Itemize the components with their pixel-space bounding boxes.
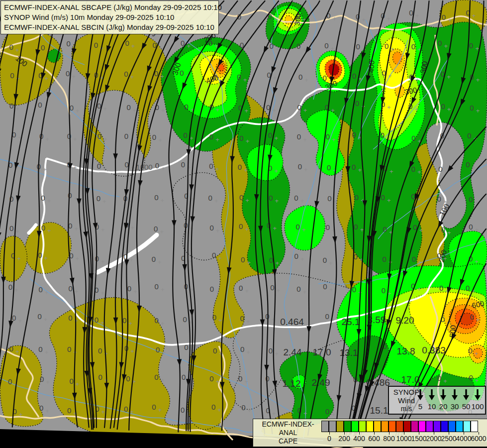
grid-zero-label: 0 <box>152 133 156 141</box>
grid-zero-label: 0 <box>183 315 187 324</box>
grid-point-cross: + <box>444 42 448 50</box>
grid-point-cross: + <box>15 105 19 112</box>
grid-zero-label: 0 <box>38 101 42 109</box>
cape-region <box>247 144 283 181</box>
grid-zero-label: 0 <box>124 160 128 169</box>
grid-zero-label: 0 <box>469 373 473 382</box>
grid-zero-label: 0 <box>9 43 13 51</box>
grid-point-cross: + <box>162 349 166 356</box>
cape-scale-cell <box>321 421 329 432</box>
station-value: 2.49 <box>312 377 330 388</box>
grid-point-cross: + <box>245 287 249 295</box>
grid-point-cross: + <box>275 197 279 205</box>
grid-zero-label: 0 <box>97 132 101 140</box>
grid-point-cross: + <box>300 255 304 263</box>
grid-zero-label: 0 <box>98 373 102 381</box>
grid-zero-label: 0 <box>67 406 71 415</box>
cape-scale-cell <box>389 421 396 432</box>
map-canvas: 1003002003004003003004003003001000100200… <box>0 0 487 448</box>
cape-scale-cell <box>456 421 463 432</box>
grid-zero-label: 0 <box>470 313 474 321</box>
grid-point-cross: + <box>75 317 79 325</box>
station-value: 13.1 <box>340 347 358 358</box>
cape-scale-cell <box>359 421 366 432</box>
grid-point-cross: + <box>216 288 220 296</box>
station-value: 17.0 <box>313 347 331 357</box>
title-line-wind: SYNOP Wind (m/s) 10m Monday 29-09-2025 1… <box>4 12 215 22</box>
grid-zero-label: 0 <box>69 284 73 293</box>
grid-zero-label: 0 <box>382 286 386 295</box>
grid-point-cross: + <box>216 227 220 234</box>
grid-zero-label: 0 <box>411 134 415 142</box>
cape-scale-cell <box>441 421 448 432</box>
grid-zero-label: 0 <box>323 256 327 264</box>
grid-point-cross: + <box>15 46 19 54</box>
grid-point-cross: + <box>215 165 219 173</box>
grid-zero-label: 0 <box>441 102 445 111</box>
wind-speed-arrow-icon <box>439 389 448 401</box>
grid-zero-label: 0 <box>381 131 385 139</box>
grid-zero-label: 0 <box>352 285 356 294</box>
grid-zero-label: 0 <box>67 345 71 353</box>
grid-point-cross: + <box>274 15 278 23</box>
wind-speed-arrow-icon <box>450 389 459 401</box>
cape-scale-cell <box>418 421 426 432</box>
grid-zero-label: 0 <box>155 282 159 291</box>
grid-zero-label: 0 <box>209 374 213 383</box>
grid-point-cross: + <box>15 227 19 235</box>
cape-legend-unit: J/kg <box>255 446 321 448</box>
grid-zero-label: 0 <box>240 345 244 353</box>
grid-point-cross: + <box>304 76 308 84</box>
grid-zero-label: 0 <box>238 374 242 383</box>
grid-zero-label: 0 <box>9 344 13 353</box>
grid-point-cross: + <box>244 378 248 385</box>
cape-scale-cell <box>403 421 411 432</box>
grid-point-cross: + <box>247 259 251 266</box>
grid-zero-label: 0 <box>98 346 102 355</box>
grid-point-cross: + <box>160 73 164 80</box>
grid-point-cross: + <box>476 316 480 324</box>
grid-point-cross: + <box>45 289 49 296</box>
cape-scale-cell <box>433 421 441 432</box>
grid-point-cross: + <box>14 286 18 294</box>
grid-point-cross: + <box>130 408 134 416</box>
grid-zero-label: 0 <box>356 42 360 51</box>
cape-scale-cell <box>471 421 478 432</box>
grid-point-cross: + <box>131 42 135 50</box>
grid-point-cross: + <box>272 107 276 114</box>
grid-point-cross: + <box>216 378 220 385</box>
grid-zero-label: 0 <box>97 194 100 203</box>
grid-point-cross: + <box>15 348 19 355</box>
grid-zero-label: 0 <box>296 223 300 231</box>
grid-point-cross: + <box>102 198 106 205</box>
grid-zero-label: 0 <box>355 99 359 108</box>
grid-point-cross: + <box>217 406 221 414</box>
grid-zero-label: 0 <box>355 193 359 202</box>
grid-zero-label: 0 <box>467 131 471 140</box>
grid-zero-label: 0 <box>154 373 158 381</box>
grid-point-cross: + <box>103 135 107 143</box>
cape-scale-cell <box>463 421 471 432</box>
grid-zero-label: 0 <box>12 314 16 322</box>
grid-zero-label: 0 <box>9 224 13 232</box>
grid-point-cross: + <box>159 44 163 52</box>
grid-zero-label: 0 <box>38 345 42 353</box>
cape-scale-cell <box>426 421 433 432</box>
grid-zero-label: 0 <box>239 134 243 142</box>
grid-point-cross: + <box>414 106 418 113</box>
grid-zero-label: 0 <box>437 251 441 260</box>
grid-zero-label: 0 <box>155 161 159 170</box>
grid-point-cross: + <box>415 76 419 84</box>
grid-point-cross: + <box>331 107 335 114</box>
grid-zero-label: 0 <box>212 251 216 259</box>
grid-point-cross: + <box>100 319 104 327</box>
grid-zero-label: 0 <box>469 41 473 50</box>
grid-zero-label: 0 <box>8 377 12 386</box>
grid-zero-label: 0 <box>239 284 243 292</box>
grid-zero-label: 0 <box>180 69 184 77</box>
grid-point-cross: + <box>329 259 333 267</box>
grid-zero-label: 0 <box>411 165 415 173</box>
station-value: 25.1 <box>342 317 360 327</box>
grid-point-cross: + <box>448 16 452 24</box>
grid-zero-label: 0 <box>411 192 415 201</box>
